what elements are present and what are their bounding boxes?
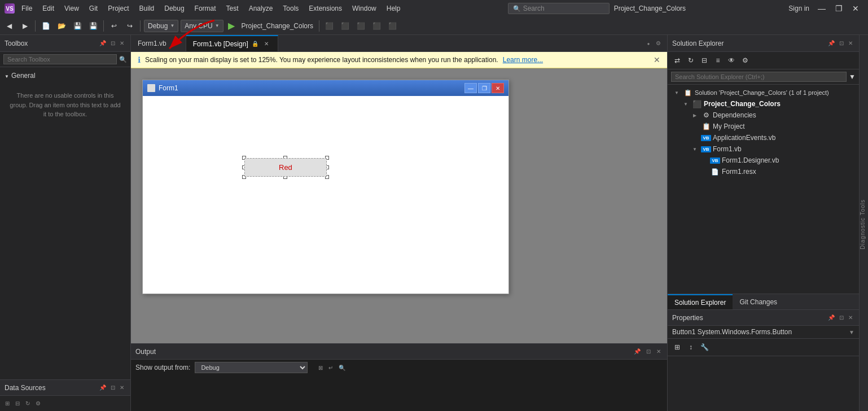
output-clear-btn[interactable]: ⊠ [317, 364, 325, 371]
toolbar-undo-btn[interactable]: ↩ [107, 19, 121, 33]
toolbox-undock-btn[interactable]: ⊡ [109, 40, 117, 47]
tree-myproject-node[interactable]: 📋 My Project [668, 121, 859, 132]
props-sort-btn[interactable]: ↕ [685, 341, 697, 353]
menu-build[interactable]: Build [135, 2, 159, 15]
banner-close-btn[interactable]: ✕ [654, 55, 660, 64]
tree-appevents-node[interactable]: VB ApplicationEvents.vb [668, 132, 859, 143]
menu-view[interactable]: View [60, 2, 84, 15]
tree-form1designer-node[interactable]: VB Form1.Designer.vb [668, 155, 859, 166]
banner-learn-more-link[interactable]: Learn more... [503, 56, 543, 64]
toolbar-extra-1[interactable]: ⬛ [323, 19, 336, 33]
design-canvas[interactable]: Form1 — ❐ ✕ [131, 68, 667, 343]
maximize-button[interactable]: ❐ [831, 1, 847, 16]
ds-undock-btn[interactable]: ⊡ [109, 384, 117, 391]
designer-button[interactable]: Red [244, 158, 327, 177]
se-undock-btn[interactable]: ⊡ [838, 40, 845, 47]
form-close-btn[interactable]: ✕ [492, 83, 504, 93]
toolbar-extra-2[interactable]: ⬛ [339, 19, 352, 33]
props-pin-btn[interactable]: 📌 [826, 314, 836, 321]
tab-form1-design[interactable]: Form1.vb [Design] 🔒 ✕ [186, 35, 278, 51]
menu-help[interactable]: Help [382, 2, 405, 15]
form-minimize-btn[interactable]: — [464, 83, 477, 93]
toolbar-new-btn[interactable]: 📄 [39, 19, 52, 33]
toolbar-extra-5[interactable]: ⬛ [386, 19, 400, 33]
ds-btn-4[interactable]: ⚙ [34, 400, 42, 407]
tab-form1-vb[interactable]: Form1.vb ✕ [131, 35, 186, 51]
form-maximize-btn[interactable]: ❐ [478, 83, 490, 93]
menu-format[interactable]: Format [190, 2, 221, 15]
ds-btn-2[interactable]: ⊟ [14, 400, 21, 407]
menu-project[interactable]: Project [103, 2, 133, 15]
output-controls: 📌 ⊡ ✕ [632, 348, 663, 355]
run-button[interactable]: ▶ [226, 19, 237, 32]
props-close-btn[interactable]: ✕ [847, 314, 854, 321]
menu-extensions[interactable]: Extensions [304, 2, 347, 15]
tab-form1-vb-close[interactable]: ✕ [170, 39, 179, 48]
se-close-btn[interactable]: ✕ [847, 40, 854, 47]
se-collapse-btn[interactable]: ⊟ [698, 54, 711, 67]
tab-move-right-btn[interactable]: ⬥ [645, 40, 652, 47]
menu-edit[interactable]: Edit [38, 2, 59, 15]
se-filter-btn[interactable]: ⚙ [739, 54, 751, 67]
tree-solution-node[interactable]: 📋 Solution 'Project_Change_Colors' (1 of… [668, 87, 859, 98]
form-body[interactable]: Red [143, 96, 508, 294]
ds-btn-1[interactable]: ⊞ [3, 400, 11, 407]
menu-git[interactable]: Git [85, 2, 102, 15]
toolbar-extra-3[interactable]: ⬛ [354, 19, 368, 33]
ds-close-btn[interactable]: ✕ [118, 384, 126, 391]
menu-debug[interactable]: Debug [160, 2, 188, 15]
props-wrench-btn[interactable]: 🔧 [698, 341, 711, 353]
tab-settings-btn[interactable]: ⚙ [654, 40, 663, 47]
toolbar-saveall-btn[interactable]: 💾 [86, 19, 100, 33]
form-window[interactable]: Form1 — ❐ ✕ [142, 80, 509, 294]
se-tab-solution-explorer[interactable]: Solution Explorer [668, 294, 733, 309]
se-tab-git-changes[interactable]: Git Changes [733, 294, 784, 309]
menu-file[interactable]: File [17, 2, 37, 15]
se-props-btn[interactable]: ≡ [712, 54, 724, 67]
output-filter-btn[interactable]: 🔍 [337, 364, 347, 371]
output-undock-btn[interactable]: ⊡ [645, 348, 652, 355]
data-sources-header: Data Sources 📌 ⊡ ✕ [0, 379, 130, 395]
se-refresh-btn[interactable]: ↻ [685, 54, 697, 67]
minimize-button[interactable]: — [814, 1, 830, 16]
se-sync-btn[interactable]: ⇄ [671, 54, 683, 67]
global-search[interactable]: 🔍 Search [508, 3, 610, 14]
toolbox-search-input[interactable] [3, 54, 117, 64]
tree-form1vb-node[interactable]: VB Form1.vb [668, 143, 859, 155]
ds-pin-btn[interactable]: 📌 [98, 384, 108, 391]
toolbox-general-header[interactable]: General [5, 69, 126, 82]
menu-window[interactable]: Window [348, 2, 381, 15]
ds-btn-3[interactable]: ↻ [24, 400, 32, 407]
toolbar-redo-btn[interactable]: ↪ [123, 19, 137, 33]
tree-dependencies-node[interactable]: ⚙ Dependencies [668, 110, 859, 121]
toolbox-close-btn[interactable]: ✕ [118, 40, 126, 47]
config-dropdown[interactable]: Debug ▼ [144, 20, 178, 32]
props-grid-btn[interactable]: ⊞ [671, 341, 683, 353]
toolbar-fwd-btn[interactable]: ▶ [18, 19, 32, 33]
toolbox-empty-message: There are no usable controls in this gro… [5, 82, 126, 128]
output-source-dropdown[interactable]: Debug [195, 362, 308, 373]
menu-analyze[interactable]: Analyze [244, 2, 278, 15]
toolbar-extra-4[interactable]: ⬛ [370, 19, 384, 33]
output-wrap-btn[interactable]: ↵ [327, 364, 335, 371]
toolbar-back-btn[interactable]: ◀ [2, 19, 16, 33]
se-search-input[interactable] [671, 72, 847, 82]
tree-form1resx-node[interactable]: 📄 Form1.resx [668, 166, 859, 177]
props-undock-btn[interactable]: ⊡ [838, 314, 845, 321]
menu-test[interactable]: Test [222, 2, 243, 15]
se-preview-btn[interactable]: 👁 [725, 54, 738, 67]
menu-tools[interactable]: Tools [278, 2, 303, 15]
signin-link[interactable]: Sign in [788, 5, 809, 12]
toolbar-open-btn[interactable]: 📂 [55, 19, 68, 33]
dependencies-icon: ⚙ [702, 111, 711, 120]
close-button[interactable]: ✕ [848, 1, 863, 16]
toolbox-pin-btn[interactable]: 📌 [98, 40, 108, 47]
tree-project-node[interactable]: ⬛ Project_Change_Colors [668, 98, 859, 110]
output-pin-btn[interactable]: 📌 [632, 348, 642, 355]
tab-form1-design-close[interactable]: ✕ [262, 40, 271, 49]
output-close-btn[interactable]: ✕ [655, 348, 663, 355]
toolbar-save-btn[interactable]: 💾 [71, 19, 84, 33]
output-panel: Output 📌 ⊡ ✕ Show output from: Debug ⊠ ↵ [131, 343, 667, 411]
se-pin-btn[interactable]: 📌 [826, 40, 836, 47]
cpu-dropdown[interactable]: Any CPU ▼ [181, 20, 223, 32]
